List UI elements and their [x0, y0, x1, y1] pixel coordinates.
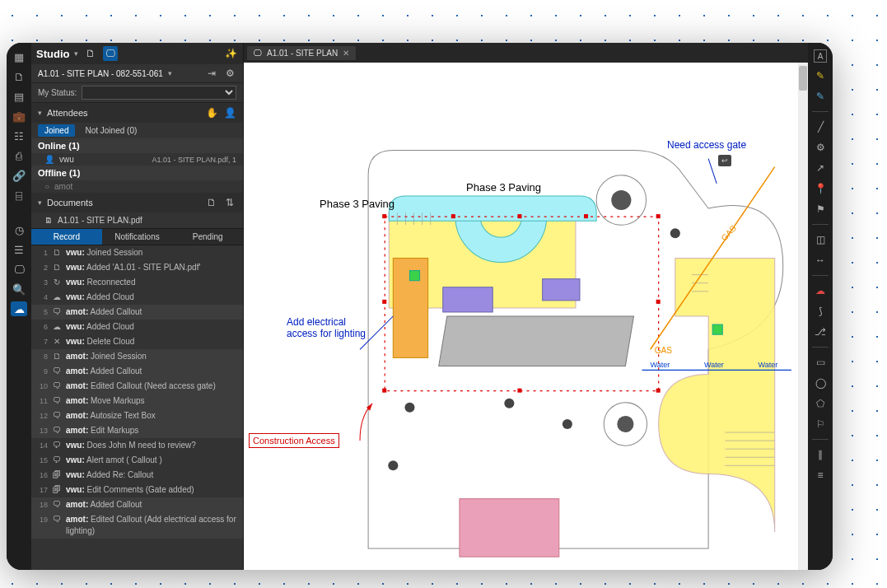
documents-header[interactable]: ▾ Documents 🗋 ⇅ — [31, 193, 243, 212]
vertical-scrollbar[interactable] — [798, 63, 808, 570]
record-row[interactable]: 18🗨amot: Added Callout — [31, 497, 243, 512]
doc-mode-icon[interactable]: 🗋 — [83, 46, 98, 61]
record-row[interactable]: 9🗨amot: Added Callout — [31, 364, 243, 379]
leave-icon[interactable]: ⇥ — [205, 67, 218, 80]
tab-pending[interactable]: Pending — [172, 229, 243, 245]
record-number: 14 — [36, 440, 48, 451]
line-tool-icon[interactable]: ╱ — [812, 119, 829, 134]
record-row[interactable]: 11🗨amot: Move Markups — [31, 394, 243, 408]
water-label: Water — [704, 361, 724, 369]
record-row[interactable]: 10🗨amot: Edited Callout (Need access gat… — [31, 379, 243, 394]
chevron-down-icon[interactable]: ▾ — [74, 49, 78, 58]
ellipse-icon[interactable]: ◯ — [812, 376, 829, 390]
record-row[interactable]: 15🗩vwu: Alert amot ( Callout ) — [31, 453, 243, 468]
record-row[interactable]: 2🗋vwu: Added 'A1.01 - SITE PLAN.pdf' — [31, 260, 243, 275]
search-icon[interactable]: 🔍 — [11, 282, 27, 296]
record-row[interactable]: 4☁vwu: Added Cloud — [31, 290, 243, 305]
session-mode-icon[interactable]: 🖵 — [103, 46, 118, 61]
document-canvas[interactable]: GAS GAS Water Water Water Need access ga… — [244, 63, 808, 570]
sort-icon[interactable]: ⇅ — [223, 196, 236, 209]
record-number: 10 — [36, 380, 48, 392]
record-row[interactable]: 12🗨amot: Autosize Text Box — [31, 408, 243, 423]
add-doc-icon[interactable]: 🗋 — [205, 196, 218, 209]
record-author: amot: — [66, 396, 88, 405]
studio-icon[interactable]: ☁ — [11, 301, 27, 316]
record-row[interactable]: 19🗨amot: Edited Callout (Add electrical … — [31, 512, 243, 539]
svg-rect-31 — [656, 300, 661, 304]
record-row[interactable]: 5🗨amot: Added Callout — [31, 305, 243, 320]
pen-tool-icon[interactable]: ✎ — [812, 68, 829, 83]
record-number: 3 — [36, 277, 48, 288]
pin-icon[interactable]: 📍 — [812, 181, 829, 196]
record-row[interactable]: 1🗋vwu: Joined Session — [31, 245, 243, 260]
record-row[interactable]: 6☁vwu: Added Cloud — [31, 320, 243, 334]
grid-icon[interactable]: ▦ — [11, 49, 27, 64]
record-type-icon: ☁ — [51, 321, 63, 333]
svg-rect-34 — [382, 389, 386, 393]
arrow-icon[interactable]: ↗ — [812, 161, 829, 175]
flag-icon[interactable]: ⚐ — [812, 417, 829, 432]
stack-icon[interactable]: ☰ — [11, 242, 27, 257]
gear-icon[interactable]: ⚙ — [812, 140, 829, 155]
hand-icon[interactable]: ✋ — [205, 106, 218, 119]
bookmark-icon[interactable]: ▤ — [11, 89, 27, 104]
tab-not-joined[interactable]: Not Joined (0) — [78, 124, 143, 137]
clock-icon[interactable]: ◷ — [11, 222, 27, 237]
add-user-icon[interactable]: 👤 — [223, 106, 236, 119]
svg-rect-7 — [460, 499, 559, 558]
panel-title: Studio — [36, 48, 69, 60]
record-row[interactable]: 13🗨amot: Edit Markups — [31, 423, 243, 438]
attendee-row[interactable]: 👤 vwu A1.01 - SITE PLAN.pdf, 1 — [31, 153, 243, 166]
document-tab[interactable]: 🖵 A1.01 - SITE PLAN ✕ — [247, 46, 356, 60]
equals-icon[interactable]: ≡ — [812, 468, 829, 483]
page-icon[interactable]: 🗋 — [11, 69, 27, 84]
svg-rect-30 — [656, 214, 661, 218]
session-tab-icon: 🖵 — [254, 49, 262, 58]
tab-notifications[interactable]: Notifications — [102, 229, 173, 245]
gas-label: GAS — [720, 223, 739, 242]
close-icon[interactable]: ✕ — [343, 49, 349, 58]
callout-electrical[interactable]: Add electrical access for lighting — [287, 316, 369, 339]
settings-icon[interactable]: ⚙ — [223, 67, 236, 80]
record-message: Delete Cloud — [87, 337, 135, 346]
svg-rect-37 — [409, 271, 419, 281]
record-row[interactable]: 16🗐vwu: Added Re: Callout — [31, 468, 243, 483]
cloud-icon[interactable]: ☁ — [812, 283, 829, 298]
briefcase-icon[interactable]: 💼 — [11, 109, 27, 124]
tag-icon[interactable]: ⚑ — [812, 202, 829, 217]
callout-construction[interactable]: Construction Access — [249, 433, 339, 448]
wand-icon[interactable]: ✨ — [223, 46, 238, 61]
measure-icon[interactable]: ↔ — [812, 253, 829, 268]
tab-record[interactable]: Record — [31, 229, 102, 245]
attendees-header[interactable]: ▾ Attendees ✋ 👤 — [31, 103, 243, 123]
status-select[interactable] — [82, 86, 236, 100]
parallel-icon[interactable]: ∥ — [812, 447, 829, 462]
record-row[interactable]: 8🗋amot: Joined Session — [31, 349, 243, 364]
record-row[interactable]: 17🗐vwu: Edit Comments (Gate added) — [31, 483, 243, 497]
record-row[interactable]: 3↻vwu: Reconnected — [31, 275, 243, 290]
polygon-icon[interactable]: ⬠ — [812, 396, 829, 411]
stamp-icon[interactable]: ⎙ — [11, 148, 27, 163]
attendee-row[interactable]: ○ amot — [31, 180, 243, 193]
rect-icon[interactable]: ▭ — [812, 355, 829, 370]
tab-joined[interactable]: Joined — [38, 124, 75, 137]
record-author: amot: — [66, 381, 88, 390]
record-number: 17 — [36, 484, 48, 496]
document-row[interactable]: 🗎 A1.01 - SITE PLAN.pdf — [31, 212, 243, 228]
record-row[interactable]: 7✕vwu: Delete Cloud — [31, 334, 243, 349]
record-row[interactable]: 14🗩vwu: Does John M need to review? — [31, 438, 243, 453]
callout-need-gate[interactable]: Need access gate — [667, 139, 746, 151]
callout-icon[interactable]: ↩ — [718, 155, 731, 166]
chevron-down-icon[interactable]: ▾ — [168, 69, 172, 77]
polyline-icon[interactable]: ⎇ — [812, 324, 829, 339]
drawer-icon[interactable]: ⌸ — [11, 188, 27, 203]
layers-icon[interactable]: ☷ — [11, 128, 27, 143]
record-type-icon: 🗐 — [51, 469, 63, 481]
link-icon[interactable]: 🔗 — [11, 168, 27, 183]
screen-icon[interactable]: 🖵 — [11, 262, 27, 277]
highlighter-icon[interactable]: ✎ — [812, 89, 829, 104]
crop-icon[interactable]: ◫ — [812, 232, 829, 247]
svg-rect-28 — [517, 214, 521, 218]
text-tool-icon[interactable]: A — [814, 49, 827, 63]
curve-icon[interactable]: ⟆ — [812, 304, 829, 319]
